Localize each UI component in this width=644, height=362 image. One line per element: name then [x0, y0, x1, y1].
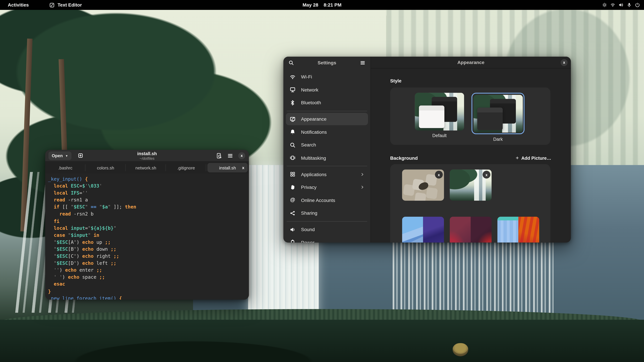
focused-app-indicator[interactable]: Text Editor	[49, 2, 82, 7]
sidebar-item-network[interactable]: Network	[286, 83, 368, 96]
privacy-icon	[290, 184, 296, 190]
sidebar-separator	[286, 166, 367, 166]
network-icon	[290, 87, 296, 93]
code-line: _key_input() {	[48, 176, 249, 183]
code-line: esac	[48, 281, 249, 288]
text-editor-headerbar: Open ▼ install.sh ~/dotfiles x	[45, 150, 249, 162]
sidebar-item-online-accounts[interactable]: @Online Accounts	[286, 194, 368, 206]
preset-background-blue-orange-drips-wallpaper[interactable]	[498, 217, 539, 243]
desktop: Activities Text Editor May 28 8:21 PM Op…	[0, 0, 644, 362]
preview-front-window	[477, 107, 503, 130]
plus-icon: +	[516, 155, 519, 161]
sidebar-item-power[interactable]: Power	[286, 236, 368, 243]
sidebar-item-multitasking[interactable]: Multitasking	[286, 152, 368, 164]
tab-label: install.sh	[219, 165, 236, 170]
tab-label: network.sh	[135, 165, 156, 170]
custom-background-suse-tiles-wallpaper[interactable]: x	[402, 169, 444, 201]
sidebar-item-search[interactable]: Search	[286, 139, 368, 151]
settings-title: Settings	[318, 60, 336, 65]
style-option-label: Default	[415, 133, 464, 138]
document-search-icon[interactable]	[216, 152, 222, 159]
preview-front-window	[419, 106, 444, 128]
editor-tab-bashrc[interactable]: .bashrc	[45, 162, 85, 174]
editor-tab-gitignore[interactable]: .gitignore	[166, 162, 206, 174]
brightness-icon	[602, 2, 607, 7]
notifications-icon	[290, 129, 296, 135]
style-preview-frame	[472, 93, 524, 134]
editor-tab-network-sh[interactable]: network.sh	[126, 162, 166, 174]
clock-date: May 28	[302, 2, 318, 7]
text-editor-icon	[49, 2, 55, 7]
add-picture-button[interactable]: + Add Picture…	[516, 155, 551, 161]
style-preview-default	[415, 93, 464, 130]
headerbar-actions: x	[216, 152, 245, 159]
sidebar-item-applications[interactable]: Applications	[286, 168, 368, 180]
code-line: '') echo enter ;;	[48, 267, 249, 274]
style-preview-frame	[415, 93, 464, 130]
remove-background-button[interactable]: x	[483, 171, 490, 179]
microphone-icon	[627, 2, 632, 7]
style-option-default[interactable]: Default	[415, 93, 464, 138]
sidebar-item-label: Sharing	[301, 211, 317, 215]
sidebar-item-label: Online Accounts	[301, 198, 335, 202]
code-line: ' ') echo space ;;	[48, 274, 249, 281]
editor-tab-install-sh[interactable]: install.shx	[208, 163, 248, 172]
open-button[interactable]: Open ▼	[48, 151, 72, 160]
sidebar-separator	[286, 221, 367, 221]
wallpaper-turtle	[453, 343, 468, 356]
sidebar-item-label: Multitasking	[301, 155, 326, 160]
tab-new-icon	[78, 153, 84, 158]
style-option-dark[interactable]: Dark	[472, 93, 524, 141]
sidebar-item-notifications[interactable]: Notifications	[286, 126, 368, 138]
editor-tab-colors-sh[interactable]: colors.sh	[85, 162, 126, 174]
appearance-panel: Style DefaultDark Background + Add Pictu…	[371, 68, 571, 243]
menu-icon[interactable]	[360, 60, 366, 65]
settings-window: Settings Wi-FiNetworkBluetoothAppearance…	[284, 57, 571, 243]
sidebar-item-privacy[interactable]: Privacy	[286, 181, 368, 193]
preset-background-red-maroon-waves-wallpaper[interactable]	[450, 217, 492, 243]
custom-background-forest-waterfall-wallpaper[interactable]: x	[450, 169, 492, 201]
code-line: "$ESC[D") echo left ;;	[48, 260, 249, 267]
tab-label: colors.sh	[97, 165, 114, 170]
sidebar-item-wi-fi[interactable]: Wi-Fi	[286, 70, 368, 83]
search-icon	[290, 142, 296, 148]
volume-icon	[618, 2, 623, 7]
menu-icon[interactable]	[227, 152, 233, 159]
sidebar-item-sound[interactable]: Sound	[286, 223, 368, 236]
applications-icon	[290, 171, 296, 177]
clock[interactable]: May 28 8:21 PM	[302, 2, 342, 7]
wifi-icon	[290, 74, 296, 80]
tab-label: .gitignore	[177, 165, 195, 170]
preset-background-blue-purple-geometric-wallpaper[interactable]	[402, 217, 444, 243]
sidebar-nav-list: Wi-FiNetworkBluetoothAppearanceNotificat…	[284, 68, 370, 243]
sidebar-separator	[286, 111, 367, 111]
sidebar-item-sharing[interactable]: Sharing	[286, 207, 368, 219]
close-window-button[interactable]: x	[561, 59, 568, 66]
system-status-area[interactable]	[602, 2, 640, 7]
close-window-button[interactable]: x	[238, 152, 245, 159]
add-picture-label: Add Picture…	[521, 155, 551, 160]
sidebar-item-label: Sound	[301, 227, 314, 232]
sidebar-item-label: Power	[301, 240, 314, 243]
remove-background-button[interactable]: x	[435, 171, 443, 179]
code-line: fi	[48, 218, 249, 225]
style-card: DefaultDark	[390, 87, 550, 145]
wifi-icon	[610, 2, 615, 7]
text-editor-window: Open ▼ install.sh ~/dotfiles x .bashrcco…	[45, 150, 249, 300]
sidebar-item-appearance[interactable]: Appearance	[286, 113, 368, 125]
activities-button[interactable]: Activities	[5, 2, 31, 8]
code-line: local input="${a}${b}"	[48, 225, 249, 232]
sidebar-item-bluetooth[interactable]: Bluetooth	[286, 96, 368, 109]
sidebar-item-label: Applications	[301, 172, 326, 177]
sidebar-headerbar: Settings	[284, 57, 370, 68]
tab-close-icon[interactable]: x	[242, 165, 244, 170]
sidebar-item-label: Bluetooth	[301, 100, 321, 105]
new-tab-button[interactable]	[76, 151, 85, 160]
multitasking-icon	[290, 155, 296, 161]
code-line: read -rsn1 a	[48, 197, 249, 204]
online-accounts-icon: @	[290, 197, 296, 203]
code-editor-area[interactable]: _key_input() { local ESC=$'\033' local I…	[45, 174, 249, 300]
code-line: case "$input" in	[48, 232, 249, 239]
chevron-down-icon: ▼	[65, 154, 68, 157]
search-icon[interactable]	[288, 60, 294, 65]
